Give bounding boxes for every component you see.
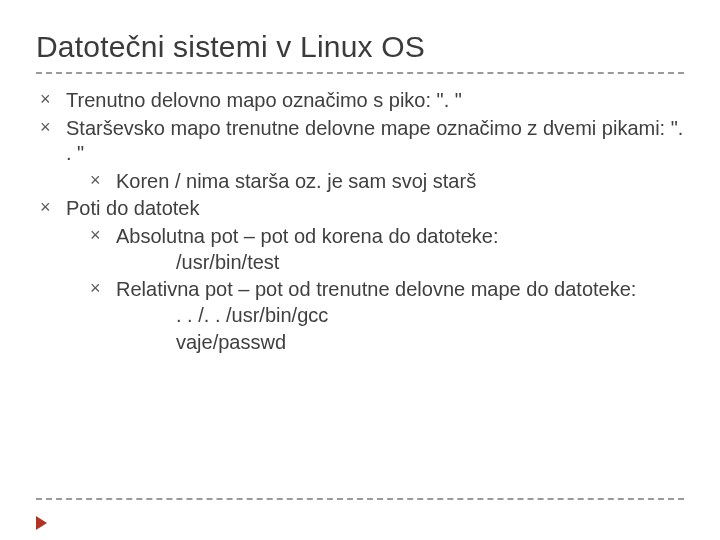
arrow-right-icon [36, 516, 47, 530]
list-item: Relativna pot – pot od trenutne delovne … [90, 277, 684, 356]
bullet-text: Poti do datotek [66, 197, 199, 219]
sub-list: Koren / nima starša oz. je sam svoj star… [66, 169, 684, 195]
list-item: Starševsko mapo trenutne delovne mape oz… [40, 116, 684, 195]
title-divider [36, 72, 684, 74]
bullet-text: Trenutno delovno mapo označimo s piko: "… [66, 89, 462, 111]
slide-title: Datotečni sistemi v Linux OS [36, 30, 684, 64]
footer-divider [36, 498, 684, 500]
bullet-text: Relativna pot – pot od trenutne delovne … [116, 278, 636, 300]
sub-list: Absolutna pot – pot od korena do datotek… [66, 224, 684, 356]
list-item: Koren / nima starša oz. je sam svoj star… [90, 169, 684, 195]
bullet-text: Starševsko mapo trenutne delovne mape oz… [66, 117, 683, 165]
list-item: Poti do datotek Absolutna pot – pot od k… [40, 196, 684, 356]
bullet-text: Absolutna pot – pot od korena do datotek… [116, 225, 499, 247]
bullet-list: Trenutno delovno mapo označimo s piko: "… [36, 88, 684, 356]
slide: Datotečni sistemi v Linux OS Trenutno de… [0, 0, 720, 540]
list-item: Trenutno delovno mapo označimo s piko: "… [40, 88, 684, 114]
code-example: vaje/passwd [116, 330, 684, 356]
list-item: Absolutna pot – pot od korena do datotek… [90, 224, 684, 275]
bullet-text: Koren / nima starša oz. je sam svoj star… [116, 170, 476, 192]
code-example: /usr/bin/test [116, 250, 684, 276]
code-example: . . /. . /usr/bin/gcc [116, 303, 684, 329]
